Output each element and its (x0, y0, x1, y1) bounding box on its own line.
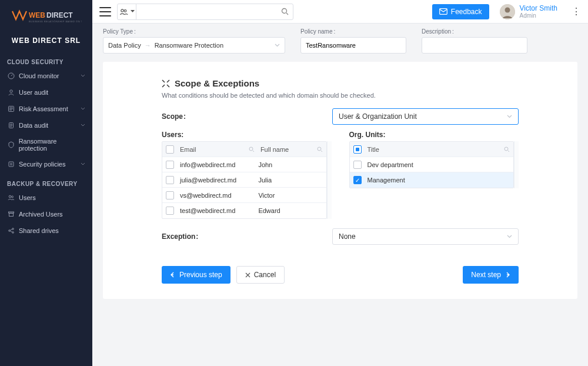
search-icon[interactable] (504, 147, 510, 152)
svg-point-20 (505, 7, 510, 12)
cancel-button[interactable]: Cancel (236, 266, 285, 284)
sidebar-item-label: User audit (19, 89, 48, 96)
search-icon[interactable] (249, 147, 255, 152)
table-row[interactable]: info@webdirect.md John (162, 157, 326, 172)
sidebar-item-user-audit[interactable]: User audit (0, 84, 92, 101)
sidebar-item-label: Risk Assessment (19, 105, 68, 112)
select-all-checkbox[interactable] (166, 145, 174, 154)
chevron-down-icon (507, 115, 512, 118)
sidebar-item-security-policies[interactable]: Security policies (0, 156, 92, 172)
table-row[interactable]: vs@webdirect.md Victor (162, 188, 326, 203)
sidebar-item-label: Cloud monitor (19, 72, 59, 79)
chevron-down-icon (81, 162, 85, 167)
kebab-menu-icon[interactable]: ⋮ (572, 7, 581, 16)
scrollbar[interactable] (327, 141, 332, 219)
chevron-down-icon (81, 107, 85, 111)
chevron-down-icon (507, 235, 512, 238)
svg-rect-11 (9, 214, 14, 217)
select-all-checkbox[interactable] (353, 145, 362, 154)
svg-text:DIRECT: DIRECT (46, 11, 73, 19)
org-header-title: Title (368, 146, 505, 153)
next-step-button[interactable]: Next step (463, 266, 519, 284)
exception-value: None (339, 232, 356, 241)
scope-label: Scope (162, 112, 332, 121)
sidebar-item-data-audit[interactable]: Data audit (0, 117, 92, 134)
table-row[interactable]: Dev department (350, 157, 514, 172)
policy-type-label: Policy Type (103, 28, 285, 35)
policy-desc-label: Description (422, 28, 527, 35)
sidebar: WEB DIRECT BUSINESS RELATIONSHIP BASED O… (0, 0, 92, 366)
users-icon (119, 8, 129, 15)
row-checkbox[interactable] (166, 161, 174, 169)
user-name: Victor Smith (520, 4, 557, 12)
user-block[interactable]: Victor Smith Admin (500, 4, 557, 19)
users-table-title: Users (162, 131, 332, 139)
panel-subtitle: What conditions should be detected and w… (162, 92, 519, 99)
sidebar-item-label: Archived Users (19, 211, 63, 218)
search-input[interactable] (136, 8, 276, 16)
table-row[interactable]: Management (350, 172, 514, 188)
logo: WEB DIRECT BUSINESS RELATIONSHIP BASED O… (0, 6, 92, 35)
sidebar-item-cloud-monitor[interactable]: Cloud monitor (0, 68, 92, 84)
hamburger-icon[interactable] (99, 7, 111, 16)
archive-icon (7, 210, 15, 218)
svg-point-4 (10, 90, 12, 92)
row-checkbox[interactable] (166, 191, 174, 199)
svg-point-22 (318, 147, 321, 151)
brand-logo: WEB DIRECT BUSINESS RELATIONSHIP BASED O… (11, 9, 82, 24)
search-icon[interactable] (317, 147, 323, 152)
svg-point-21 (249, 147, 253, 151)
user-email: vs@webdirect.md (180, 192, 258, 199)
chevron-down-icon (81, 123, 85, 128)
row-checkbox[interactable] (166, 176, 174, 184)
org-unit-title: Dev department (368, 161, 510, 168)
policy-name-input[interactable] (306, 42, 401, 49)
close-icon (245, 272, 250, 278)
button-label: Previous step (179, 271, 222, 279)
arrow-next-icon (505, 272, 510, 278)
feedback-button[interactable]: Feedback (432, 4, 489, 19)
row-checkbox[interactable] (166, 207, 174, 215)
policy-type-leaf: Ransomware Protection (155, 42, 223, 49)
file-icon (7, 121, 15, 129)
avatar (500, 4, 515, 19)
scope-select[interactable]: User & Organization Unit (332, 108, 519, 125)
policy-desc-input[interactable] (427, 42, 522, 49)
table-row[interactable]: julia@webdirect.md Julia (162, 172, 326, 188)
exception-select[interactable]: None (332, 228, 519, 245)
gauge-icon (7, 72, 15, 80)
search-button[interactable] (276, 8, 293, 15)
sidebar-item-archived-users[interactable]: Archived Users (0, 206, 92, 222)
previous-step-button[interactable]: Previous step (162, 266, 230, 284)
svg-point-9 (12, 196, 14, 198)
svg-point-17 (282, 9, 286, 14)
users-table: Email Full name info@webdirect.md John (162, 141, 327, 219)
row-checkbox[interactable] (353, 176, 362, 184)
row-checkbox[interactable] (353, 161, 362, 169)
search-icon (281, 8, 289, 15)
users-header-name: Full name (260, 146, 317, 153)
search-scope-button[interactable] (118, 4, 136, 19)
scrollbar[interactable] (514, 141, 519, 188)
sidebar-item-shared-drives[interactable]: Shared drives (0, 222, 92, 239)
svg-text:BUSINESS RELATIONSHIP BASED ON: BUSINESS RELATIONSHIP BASED ON TRUST (29, 20, 82, 23)
svg-text:WEB: WEB (29, 11, 45, 19)
global-search (117, 4, 293, 20)
sidebar-item-label: Data audit (19, 122, 48, 129)
sidebar-item-risk-assessment[interactable]: Risk Assessment (0, 101, 92, 117)
user-email: test@webdirect.md (180, 207, 258, 214)
sidebar-section-cloud: CLOUD SECURITY (0, 59, 92, 68)
scope-panel: Scope & Exceptions What conditions shoul… (103, 62, 577, 299)
policy-type-select[interactable]: Data Policy → Ransomware Protection (103, 37, 285, 54)
table-row[interactable]: test@webdirect.md Edward (162, 203, 326, 218)
policy-name-label: Policy name (300, 28, 406, 35)
collapse-icon (162, 79, 170, 88)
org-unit-title: Management (368, 177, 510, 184)
sidebar-item-users[interactable]: Users (0, 189, 92, 206)
users-icon (7, 194, 15, 202)
arrow-right-icon: → (145, 42, 151, 49)
sidebar-item-ransomware[interactable]: Ransomware protection (0, 134, 92, 156)
user-email: info@webdirect.md (180, 161, 258, 168)
sidebar-item-label: Users (19, 194, 36, 201)
sidebar-item-label: Shared drives (19, 227, 59, 234)
